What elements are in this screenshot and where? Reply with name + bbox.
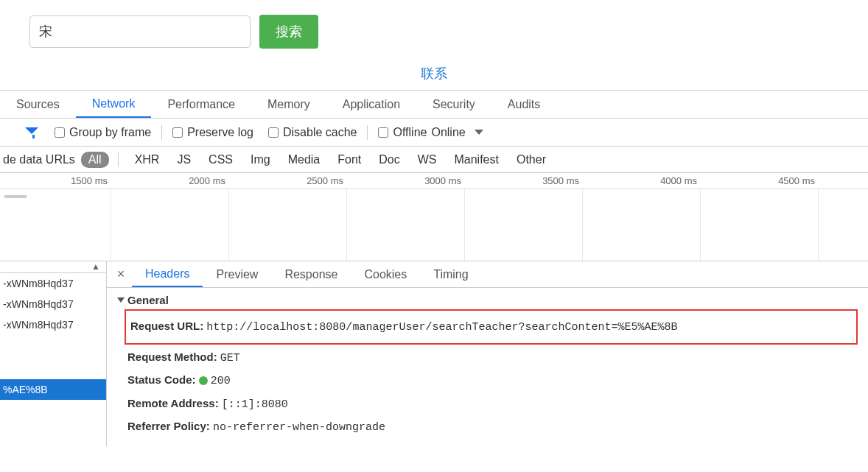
filter-separator — [118, 152, 119, 167]
offline-checkbox[interactable] — [378, 127, 388, 138]
referrer-policy-label: Referrer Policy: — [127, 420, 210, 432]
search-row: 搜索 — [29, 15, 839, 49]
filter-type-img[interactable]: Img — [243, 152, 278, 168]
filter-type-xhr[interactable]: XHR — [127, 152, 167, 168]
timeline-gridline — [700, 189, 701, 261]
page-top: 搜索 联系 — [0, 0, 868, 90]
general-section-toggle[interactable]: General — [117, 294, 858, 309]
disable-cache-checkbox[interactable] — [268, 127, 279, 138]
tab-preview[interactable]: Preview — [203, 261, 271, 287]
tab-performance[interactable]: Performance — [151, 91, 251, 118]
list-item[interactable]: %AE%8B — [0, 379, 106, 400]
request-method-label: Request Method: — [127, 351, 217, 363]
filter-type-ws[interactable]: WS — [410, 152, 444, 168]
timeline-gridline — [464, 189, 465, 261]
status-dot-icon — [199, 376, 208, 385]
tab-timing[interactable]: Timing — [420, 261, 481, 287]
preserve-log-label: Preserve log — [187, 126, 253, 139]
request-url-value: http://localhost:8080/managerUser/search… — [206, 321, 677, 334]
list-spacer — [0, 335, 106, 379]
hide-data-urls-label: de data URLs — [3, 153, 75, 166]
list-item[interactable]: -xWNm8Hqd37 — [0, 314, 106, 335]
timeline-header: 1500 ms 2000 ms 2500 ms 3000 ms 3500 ms … — [0, 173, 868, 189]
contact-link-wrap: 联系 — [29, 65, 839, 82]
filter-type-media[interactable]: Media — [281, 152, 328, 168]
throttling-select[interactable]: Online — [431, 126, 491, 139]
network-timeline[interactable]: 1500 ms 2000 ms 2500 ms 3000 ms 3500 ms … — [0, 173, 868, 261]
request-detail-panel: × Headers Preview Response Cookies Timin… — [107, 261, 868, 446]
timeline-tick: 4500 ms — [778, 175, 818, 186]
timeline-gridline — [228, 189, 229, 261]
request-method-value: GET — [220, 352, 240, 364]
close-icon[interactable]: × — [110, 267, 132, 282]
search-input[interactable] — [29, 15, 251, 48]
devtools-main-tabs: Sources Network Performance Memory Appli… — [0, 91, 868, 119]
offline-toggle[interactable]: Offline — [378, 126, 427, 139]
tab-headers[interactable]: Headers — [132, 261, 203, 287]
timeline-gridline — [111, 189, 111, 261]
list-item[interactable]: -xWNm8Hqd37 — [0, 273, 106, 294]
timeline-tick: 3500 ms — [542, 175, 582, 186]
group-by-frame-label: Group by frame — [69, 126, 151, 139]
status-code-row: Status Code: 200 — [127, 370, 858, 391]
request-url-label: Request URL: — [130, 320, 203, 332]
timeline-request-bar — [4, 195, 27, 198]
timeline-tick: 2500 ms — [307, 175, 346, 186]
tab-network[interactable]: Network — [76, 91, 152, 118]
search-button[interactable]: 搜索 — [259, 15, 318, 49]
request-list: -xWNm8Hqd37 -xWNm8Hqd37 -xWNm8Hqd37 %AE%… — [0, 273, 106, 400]
timeline-tick: 3000 ms — [424, 175, 464, 186]
group-by-frame-toggle[interactable]: Group by frame — [55, 126, 151, 139]
preserve-log-checkbox[interactable] — [172, 127, 183, 138]
disable-cache-toggle[interactable]: Disable cache — [268, 126, 357, 139]
status-code-label: Status Code: — [127, 373, 196, 386]
request-method-row: Request Method: GET — [127, 348, 858, 368]
disable-cache-label: Disable cache — [283, 126, 357, 139]
tab-security[interactable]: Security — [416, 91, 491, 118]
chevron-down-icon — [117, 297, 125, 303]
timeline-tick: 1500 ms — [71, 175, 111, 186]
contact-link[interactable]: 联系 — [421, 66, 447, 81]
timeline-gridline — [346, 189, 347, 261]
offline-label: Offline — [393, 126, 427, 139]
referrer-policy-row: Referrer Policy: no-referrer-when-downgr… — [127, 417, 858, 437]
timeline-tick: 2000 ms — [189, 175, 228, 186]
general-title-label: General — [127, 294, 169, 306]
tab-cookies[interactable]: Cookies — [351, 261, 420, 287]
preserve-log-toggle[interactable]: Preserve log — [172, 126, 253, 139]
timeline-gridline — [582, 189, 583, 261]
tab-response[interactable]: Response — [271, 261, 351, 287]
filter-type-font[interactable]: Font — [330, 152, 368, 168]
request-url-highlight: Request URL: http://localhost:8080/manag… — [125, 309, 858, 345]
tab-memory[interactable]: Memory — [251, 91, 326, 118]
request-url-row: Request URL: http://localhost:8080/manag… — [130, 317, 852, 337]
timeline-gridline — [818, 189, 819, 261]
filter-row: de data URLs All XHR JS CSS Img Media Fo… — [0, 147, 868, 173]
chevron-down-icon — [475, 130, 483, 135]
tab-sources[interactable]: Sources — [0, 91, 76, 118]
filter-type-manifest[interactable]: Manifest — [447, 152, 505, 168]
filter-type-all[interactable]: All — [81, 152, 109, 168]
tab-audits[interactable]: Audits — [491, 91, 556, 118]
filter-type-js[interactable]: JS — [169, 152, 198, 168]
list-item[interactable]: -xWNm8Hqd37 — [0, 294, 106, 314]
filter-type-doc[interactable]: Doc — [371, 152, 407, 168]
remote-address-row: Remote Address: [::1]:8080 — [127, 394, 858, 415]
remote-address-value: [::1]:8080 — [222, 398, 288, 411]
filter-type-css[interactable]: CSS — [201, 152, 240, 168]
tab-application[interactable]: Application — [326, 91, 416, 118]
toolbar-separator — [161, 125, 162, 140]
devtools-panel: Sources Network Performance Memory Appli… — [0, 90, 868, 446]
filter-icon[interactable] — [25, 127, 41, 138]
status-code-value: 200 — [211, 375, 231, 387]
filter-type-other[interactable]: Other — [509, 152, 553, 168]
remote-address-label: Remote Address: — [127, 397, 219, 409]
network-detail-split: ▲ -xWNm8Hqd37 -xWNm8Hqd37 -xWNm8Hqd37 %A… — [0, 261, 868, 446]
group-by-frame-checkbox[interactable] — [55, 127, 65, 138]
timeline-tick: 4000 ms — [660, 175, 700, 186]
request-list-panel: ▲ -xWNm8Hqd37 -xWNm8Hqd37 -xWNm8Hqd37 %A… — [0, 261, 107, 446]
referrer-policy-value: no-referrer-when-downgrade — [213, 421, 385, 434]
detail-tabs: × Headers Preview Response Cookies Timin… — [107, 261, 868, 288]
headers-general-section: General Request URL: http://localhost:80… — [107, 288, 868, 446]
panel-collapse-handle[interactable]: ▲ — [0, 261, 106, 273]
